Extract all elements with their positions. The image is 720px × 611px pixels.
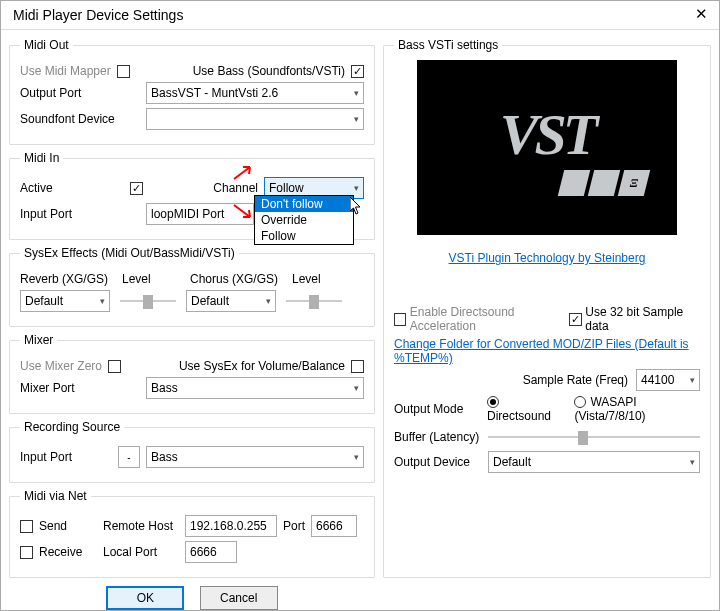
- enable-ds-label: Enable Directsound Acceleration: [410, 305, 570, 333]
- active-label: Active: [20, 181, 130, 195]
- vst-logo: VST Ξ: [417, 60, 677, 235]
- chorus-combo[interactable]: Default ▾: [186, 290, 276, 312]
- use-mixer-zero-checkbox[interactable]: [108, 360, 121, 373]
- soundfont-combo[interactable]: ▾: [146, 108, 364, 130]
- sysex-group: SysEx Effects (Midi Out/BassMidi/VSTi) R…: [9, 246, 375, 327]
- midi-in-group: Midi In Active Channel Follow ▾ Input Po…: [9, 151, 375, 240]
- remote-host-input[interactable]: [185, 515, 277, 537]
- channel-label: Channel: [213, 181, 258, 195]
- output-device-label: Output Device: [394, 455, 488, 469]
- output-port-label: Output Port: [20, 86, 146, 100]
- buffer-label: Buffer (Latency): [394, 430, 488, 444]
- rec-small-button[interactable]: -: [118, 446, 140, 468]
- remote-host-label: Remote Host: [103, 519, 179, 533]
- midi-out-legend: Midi Out: [20, 38, 73, 52]
- channel-option-dont-follow[interactable]: Don't follow: [255, 196, 353, 212]
- mixer-port-combo[interactable]: Bass ▾: [146, 377, 364, 399]
- chevron-down-icon: ▾: [686, 375, 695, 385]
- rec-input-value: Bass: [151, 450, 178, 464]
- recording-group: Recording Source Input Port - Bass ▾: [9, 420, 375, 483]
- sample-rate-combo[interactable]: 44100 ▾: [636, 369, 700, 391]
- use-sysex-checkbox[interactable]: [351, 360, 364, 373]
- use-32bit-label: Use 32 bit Sample data: [585, 305, 700, 333]
- input-port-combo[interactable]: loopMIDI Port: [146, 203, 254, 225]
- use-32bit-checkbox[interactable]: [569, 313, 581, 326]
- use-midi-mapper-checkbox[interactable]: [117, 65, 130, 78]
- input-port-value: loopMIDI Port: [151, 207, 224, 221]
- change-folder-link[interactable]: Change Folder for Converted MOD/ZIP File…: [394, 337, 700, 365]
- output-port-combo[interactable]: BassVST - MuntVsti 2.6 ▾: [146, 82, 364, 104]
- midi-net-legend: Midi via Net: [20, 489, 91, 503]
- ok-button[interactable]: OK: [106, 586, 184, 610]
- input-port-label: Input Port: [20, 207, 146, 221]
- output-mode-label: Output Mode: [394, 402, 473, 416]
- reverb-level-label: Level: [122, 272, 178, 286]
- local-port-input[interactable]: [185, 541, 237, 563]
- remote-port-input[interactable]: [311, 515, 357, 537]
- receive-label: Receive: [39, 545, 97, 559]
- use-midi-mapper-label: Use Midi Mapper: [20, 64, 111, 78]
- directsound-radio[interactable]: Directsound: [487, 395, 560, 423]
- midi-in-legend: Midi In: [20, 151, 63, 165]
- sample-rate-label: Sample Rate (Freq): [523, 373, 628, 387]
- window-title: Midi Player Device Settings: [13, 7, 693, 23]
- send-checkbox[interactable]: [20, 520, 33, 533]
- output-device-combo[interactable]: Default ▾: [488, 451, 700, 473]
- reverb-value: Default: [25, 294, 63, 308]
- chevron-down-icon: ▾: [686, 457, 695, 467]
- chevron-down-icon: ▾: [262, 296, 271, 306]
- chorus-level-slider[interactable]: [284, 291, 344, 311]
- channel-value: Follow: [269, 181, 304, 195]
- output-port-value: BassVST - MuntVsti 2.6: [151, 86, 278, 100]
- chevron-down-icon: ▾: [96, 296, 105, 306]
- cursor-icon: [350, 197, 364, 218]
- use-bass-label: Use Bass (Soundfonts/VSTi): [193, 64, 345, 78]
- vst-link[interactable]: VSTi Plugin Technology by Steinberg: [449, 251, 646, 265]
- reverb-level-slider[interactable]: [118, 291, 178, 311]
- sysex-legend: SysEx Effects (Midi Out/BassMidi/VSTi): [20, 246, 239, 260]
- cancel-button[interactable]: Cancel: [200, 586, 278, 610]
- close-icon[interactable]: ✕: [693, 7, 709, 23]
- mixer-group: Mixer Use Mixer Zero Use SysEx for Volum…: [9, 333, 375, 414]
- remote-port-label: Port: [283, 519, 305, 533]
- output-device-value: Default: [493, 455, 531, 469]
- local-port-label: Local Port: [103, 545, 179, 559]
- use-mixer-zero-label: Use Mixer Zero: [20, 359, 102, 373]
- active-checkbox[interactable]: [130, 182, 143, 195]
- rec-input-port-label: Input Port: [20, 450, 112, 464]
- bass-vsti-group: Bass VSTi settings VST Ξ VSTi Plugin Tec…: [383, 38, 711, 578]
- use-bass-checkbox[interactable]: [351, 65, 364, 78]
- mixer-port-label: Mixer Port: [20, 381, 146, 395]
- chevron-down-icon: ▾: [350, 183, 359, 193]
- use-sysex-label: Use SysEx for Volume/Balance: [179, 359, 345, 373]
- chorus-value: Default: [191, 294, 229, 308]
- midi-out-group: Midi Out Use Midi Mapper Use Bass (Sound…: [9, 38, 375, 145]
- chevron-down-icon: ▾: [350, 114, 359, 124]
- soundfont-label: Soundfont Device: [20, 112, 146, 126]
- chorus-label: Chorus (XG/GS): [190, 272, 280, 286]
- enable-ds-checkbox[interactable]: [394, 313, 406, 326]
- buffer-slider[interactable]: [488, 427, 700, 447]
- wasapi-radio[interactable]: WASAPI (Vista/7/8/10): [574, 395, 700, 423]
- chevron-down-icon: ▾: [350, 383, 359, 393]
- mixer-legend: Mixer: [20, 333, 57, 347]
- midi-net-group: Midi via Net Send Remote Host Port Recei…: [9, 489, 375, 578]
- recording-legend: Recording Source: [20, 420, 124, 434]
- mixer-port-value: Bass: [151, 381, 178, 395]
- channel-option-follow[interactable]: Follow: [255, 228, 353, 244]
- chevron-down-icon: ▾: [350, 88, 359, 98]
- channel-option-override[interactable]: Override: [255, 212, 353, 228]
- reverb-label: Reverb (XG/GS): [20, 272, 110, 286]
- channel-dropdown-list: Don't follow Override Follow: [254, 195, 354, 245]
- receive-checkbox[interactable]: [20, 546, 33, 559]
- send-label: Send: [39, 519, 97, 533]
- sample-rate-value: 44100: [641, 373, 674, 387]
- bass-vsti-legend: Bass VSTi settings: [394, 38, 502, 52]
- chorus-level-label: Level: [292, 272, 321, 286]
- chevron-down-icon: ▾: [350, 452, 359, 462]
- rec-input-combo[interactable]: Bass ▾: [146, 446, 364, 468]
- reverb-combo[interactable]: Default ▾: [20, 290, 110, 312]
